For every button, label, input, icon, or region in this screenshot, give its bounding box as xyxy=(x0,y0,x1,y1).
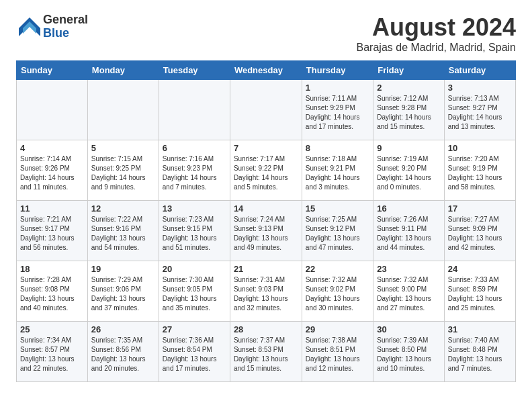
day-number: 2 xyxy=(377,83,441,93)
calendar-cell: 31Sunrise: 7:40 AM Sunset: 8:48 PM Dayli… xyxy=(444,322,515,382)
day-number: 25 xyxy=(20,324,84,334)
day-info: Sunrise: 7:14 AM Sunset: 9:26 PM Dayligh… xyxy=(20,154,84,192)
day-info: Sunrise: 7:16 AM Sunset: 9:23 PM Dayligh… xyxy=(163,154,226,192)
day-number: 27 xyxy=(163,324,226,334)
calendar-cell: 4Sunrise: 7:14 AM Sunset: 9:26 PM Daylig… xyxy=(17,140,88,201)
day-number: 7 xyxy=(234,143,298,153)
day-info: Sunrise: 7:11 AM Sunset: 9:29 PM Dayligh… xyxy=(306,94,369,132)
calendar-week-row: 11Sunrise: 7:21 AM Sunset: 9:17 PM Dayli… xyxy=(17,201,516,261)
day-info: Sunrise: 7:20 AM Sunset: 9:19 PM Dayligh… xyxy=(448,154,512,192)
weekday-header-wednesday: Wednesday xyxy=(230,61,302,80)
calendar-cell: 24Sunrise: 7:33 AM Sunset: 8:59 PM Dayli… xyxy=(444,261,515,322)
calendar-cell: 8Sunrise: 7:18 AM Sunset: 9:21 PM Daylig… xyxy=(302,140,373,201)
page-header: General Blue August 2024 Barajas de Madr… xyxy=(16,13,516,54)
weekday-header-row: SundayMondayTuesdayWednesdayThursdayFrid… xyxy=(17,61,516,80)
day-number: 26 xyxy=(91,324,155,334)
calendar-cell: 26Sunrise: 7:35 AM Sunset: 8:56 PM Dayli… xyxy=(87,322,159,382)
day-number: 28 xyxy=(234,324,298,334)
calendar-title: August 2024 xyxy=(357,13,516,42)
calendar-week-row: 18Sunrise: 7:28 AM Sunset: 9:08 PM Dayli… xyxy=(17,261,516,322)
calendar-cell: 20Sunrise: 7:30 AM Sunset: 9:05 PM Dayli… xyxy=(159,261,230,322)
day-number: 22 xyxy=(306,264,369,274)
calendar-cell: 13Sunrise: 7:23 AM Sunset: 9:15 PM Dayli… xyxy=(159,201,230,261)
calendar-title-block: August 2024 Barajas de Madrid, Madrid, S… xyxy=(357,13,516,54)
day-info: Sunrise: 7:17 AM Sunset: 9:22 PM Dayligh… xyxy=(234,154,298,192)
weekday-header-thursday: Thursday xyxy=(302,61,373,80)
calendar-cell: 17Sunrise: 7:27 AM Sunset: 9:09 PM Dayli… xyxy=(444,201,515,261)
calendar-cell: 6Sunrise: 7:16 AM Sunset: 9:23 PM Daylig… xyxy=(159,140,230,201)
day-number: 12 xyxy=(91,203,155,214)
day-number: 21 xyxy=(234,264,298,274)
day-info: Sunrise: 7:32 AM Sunset: 9:02 PM Dayligh… xyxy=(306,275,369,313)
calendar-cell: 16Sunrise: 7:26 AM Sunset: 9:11 PM Dayli… xyxy=(373,201,445,261)
calendar-week-row: 4Sunrise: 7:14 AM Sunset: 9:26 PM Daylig… xyxy=(17,140,516,201)
day-number: 24 xyxy=(448,264,512,274)
day-info: Sunrise: 7:29 AM Sunset: 9:06 PM Dayligh… xyxy=(91,275,155,313)
calendar-cell: 2Sunrise: 7:12 AM Sunset: 9:28 PM Daylig… xyxy=(373,80,445,140)
day-number: 14 xyxy=(234,203,298,214)
day-number: 20 xyxy=(163,264,226,274)
calendar-cell: 28Sunrise: 7:37 AM Sunset: 8:53 PM Dayli… xyxy=(230,322,302,382)
day-number: 9 xyxy=(377,143,441,153)
calendar-cell: 15Sunrise: 7:25 AM Sunset: 9:12 PM Dayli… xyxy=(302,201,373,261)
day-info: Sunrise: 7:36 AM Sunset: 8:54 PM Dayligh… xyxy=(163,336,226,373)
day-info: Sunrise: 7:37 AM Sunset: 8:53 PM Dayligh… xyxy=(234,336,298,373)
calendar-cell: 23Sunrise: 7:32 AM Sunset: 9:00 PM Dayli… xyxy=(373,261,445,322)
day-info: Sunrise: 7:40 AM Sunset: 8:48 PM Dayligh… xyxy=(448,336,512,373)
day-number: 29 xyxy=(306,324,369,334)
day-info: Sunrise: 7:21 AM Sunset: 9:17 PM Dayligh… xyxy=(20,215,84,253)
weekday-header-saturday: Saturday xyxy=(444,61,515,80)
day-number: 4 xyxy=(20,143,84,153)
day-number: 8 xyxy=(306,143,369,153)
day-number: 5 xyxy=(91,143,155,153)
day-info: Sunrise: 7:39 AM Sunset: 8:50 PM Dayligh… xyxy=(377,336,441,373)
calendar-cell: 18Sunrise: 7:28 AM Sunset: 9:08 PM Dayli… xyxy=(17,261,88,322)
day-info: Sunrise: 7:27 AM Sunset: 9:09 PM Dayligh… xyxy=(448,215,512,253)
day-info: Sunrise: 7:13 AM Sunset: 9:27 PM Dayligh… xyxy=(448,94,512,132)
calendar-cell: 12Sunrise: 7:22 AM Sunset: 9:16 PM Dayli… xyxy=(87,201,159,261)
weekday-header-sunday: Sunday xyxy=(17,61,88,80)
calendar-cell: 27Sunrise: 7:36 AM Sunset: 8:54 PM Dayli… xyxy=(159,322,230,382)
calendar-cell xyxy=(87,80,159,140)
calendar-cell xyxy=(17,80,88,140)
calendar-cell: 22Sunrise: 7:32 AM Sunset: 9:02 PM Dayli… xyxy=(302,261,373,322)
day-number: 3 xyxy=(448,83,512,93)
day-number: 17 xyxy=(448,203,512,214)
logo-general-text: General xyxy=(43,13,88,27)
day-info: Sunrise: 7:12 AM Sunset: 9:28 PM Dayligh… xyxy=(377,94,441,132)
day-info: Sunrise: 7:23 AM Sunset: 9:15 PM Dayligh… xyxy=(163,215,226,253)
calendar-cell: 10Sunrise: 7:20 AM Sunset: 9:19 PM Dayli… xyxy=(444,140,515,201)
calendar-cell: 3Sunrise: 7:13 AM Sunset: 9:27 PM Daylig… xyxy=(444,80,515,140)
day-info: Sunrise: 7:28 AM Sunset: 9:08 PM Dayligh… xyxy=(20,275,84,313)
day-number: 18 xyxy=(20,264,84,274)
logo-icon xyxy=(16,16,42,38)
day-info: Sunrise: 7:30 AM Sunset: 9:05 PM Dayligh… xyxy=(163,275,226,313)
day-number: 1 xyxy=(306,83,369,93)
calendar-cell: 9Sunrise: 7:19 AM Sunset: 9:20 PM Daylig… xyxy=(373,140,445,201)
calendar-week-row: 25Sunrise: 7:34 AM Sunset: 8:57 PM Dayli… xyxy=(17,322,516,382)
day-number: 31 xyxy=(448,324,512,334)
day-info: Sunrise: 7:31 AM Sunset: 9:03 PM Dayligh… xyxy=(234,275,298,313)
day-info: Sunrise: 7:32 AM Sunset: 9:00 PM Dayligh… xyxy=(377,275,441,313)
calendar-cell: 25Sunrise: 7:34 AM Sunset: 8:57 PM Dayli… xyxy=(17,322,88,382)
day-number: 19 xyxy=(91,264,155,274)
day-info: Sunrise: 7:19 AM Sunset: 9:20 PM Dayligh… xyxy=(377,154,441,192)
calendar-cell: 5Sunrise: 7:15 AM Sunset: 9:25 PM Daylig… xyxy=(87,140,159,201)
calendar-cell: 30Sunrise: 7:39 AM Sunset: 8:50 PM Dayli… xyxy=(373,322,445,382)
day-info: Sunrise: 7:34 AM Sunset: 8:57 PM Dayligh… xyxy=(20,336,84,373)
calendar-table: SundayMondayTuesdayWednesdayThursdayFrid… xyxy=(16,60,516,382)
day-number: 23 xyxy=(377,264,441,274)
calendar-cell: 1Sunrise: 7:11 AM Sunset: 9:29 PM Daylig… xyxy=(302,80,373,140)
day-number: 30 xyxy=(377,324,441,334)
day-info: Sunrise: 7:18 AM Sunset: 9:21 PM Dayligh… xyxy=(306,154,369,192)
day-info: Sunrise: 7:24 AM Sunset: 9:13 PM Dayligh… xyxy=(234,215,298,253)
calendar-cell: 19Sunrise: 7:29 AM Sunset: 9:06 PM Dayli… xyxy=(87,261,159,322)
day-info: Sunrise: 7:22 AM Sunset: 9:16 PM Dayligh… xyxy=(91,215,155,253)
weekday-header-tuesday: Tuesday xyxy=(159,61,230,80)
calendar-cell: 7Sunrise: 7:17 AM Sunset: 9:22 PM Daylig… xyxy=(230,140,302,201)
calendar-cell: 29Sunrise: 7:38 AM Sunset: 8:51 PM Dayli… xyxy=(302,322,373,382)
logo: General Blue xyxy=(16,13,88,40)
day-info: Sunrise: 7:35 AM Sunset: 8:56 PM Dayligh… xyxy=(91,336,155,373)
day-info: Sunrise: 7:15 AM Sunset: 9:25 PM Dayligh… xyxy=(91,154,155,192)
day-info: Sunrise: 7:33 AM Sunset: 8:59 PM Dayligh… xyxy=(448,275,512,313)
